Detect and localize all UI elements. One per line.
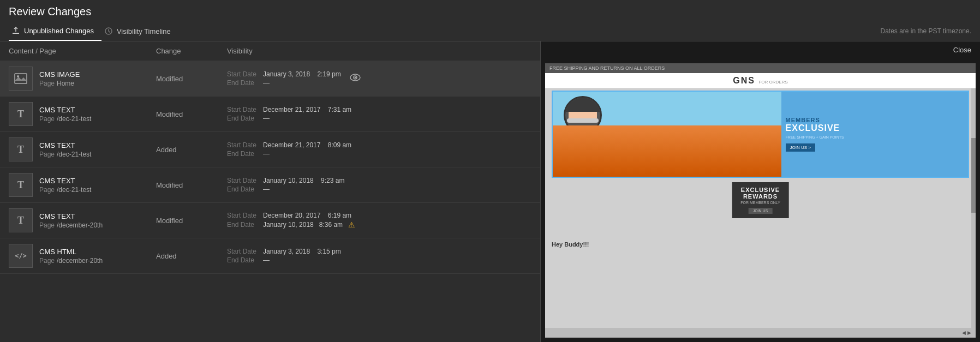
start-date-label: Start Date [227,177,260,184]
start-date-label: Start Date [227,212,260,219]
date-group: Start Date January 3, 2018 3:15 pm End D… [227,248,341,264]
start-date-label: Start Date [227,70,260,78]
preview-scrollbar-thumb [971,138,976,213]
svg-rect-0 [13,33,19,34]
preview-body: MEMBERS EXCLUSIVE FREE SHIPPING + GAIN P… [545,88,976,338]
tabs-row: Unpublished Changes Visibility Timeline … [0,21,980,41]
main-area: Content / Page Change Visibility CMS IMA… [0,41,980,342]
content-type: CMS IMAGE [39,70,80,79]
table-row[interactable]: CMS IMAGE PageHome Modified Start Date J… [0,61,540,97]
change-cell: Modified [156,217,227,225]
content-cell: T CMS TEXT Page/dec-21-test [9,173,156,197]
content-cell: CMS IMAGE PageHome [9,67,156,91]
start-date-value: January 10, 2018 9:23 am [263,177,344,184]
preview-rewards-btn[interactable]: JOIN US [749,208,773,214]
preview-banner-text: MEMBERS EXCLUSIVE FREE SHIPPING + GAIN P… [781,92,968,177]
svg-point-7 [354,77,356,79]
date-group: Start Date December 20, 2017 6:19 am End… [227,212,355,229]
start-date-value: December 21, 2017 8:09 am [263,141,351,149]
change-cell: Modified [156,75,227,83]
visibility-cell: Start Date December 21, 2017 7:31 am End… [227,106,531,122]
text-content-icon: T [9,137,33,161]
content-type: CMS TEXT [39,106,91,114]
content-page: Page/dec-21-test [39,151,91,158]
content-info: CMS TEXT Page/dec-21-test [39,177,91,194]
tab-unpublished-label: Unpublished Changes [24,27,94,35]
close-button[interactable]: Close [953,46,971,54]
preview-rewards-title: EXCLUSIVE [740,187,780,193]
svg-point-4 [17,75,19,77]
end-date-row: End Date — [227,256,341,264]
text-content-icon: T [9,208,33,232]
end-date-row: End Date — [227,185,344,193]
start-date-label: Start Date [227,141,260,149]
start-date-row: Start Date December 21, 2017 7:31 am [227,106,351,113]
preview-rewards-sub: FOR MEMBERS ONLY [740,201,780,205]
upload-icon [11,26,21,35]
table-row[interactable]: T CMS TEXT Page/dec-21-test Modified Sta… [0,167,540,203]
preview-banner: MEMBERS EXCLUSIVE FREE SHIPPING + GAIN P… [552,91,969,178]
table-row[interactable]: T CMS TEXT Page/dec-21-test Modified Sta… [0,97,540,132]
preview-logo: GNS FOR ORDERS [733,76,787,86]
tab-visibility[interactable]: Visibility Timeline [101,22,178,40]
preview-top-bar: FREE SHIPPING AND RETURNS ON ALL ORDERS [545,63,976,73]
end-date-label: End Date [227,185,260,193]
left-panel: Content / Page Change Visibility CMS IMA… [0,41,540,342]
date-group: Start Date December 21, 2017 7:31 am End… [227,106,351,122]
date-group: Start Date January 3, 2018 2:19 pm End D… [227,70,341,87]
preview-rewards: EXCLUSIVE REWARDS FOR MEMBERS ONLY JOIN … [732,182,789,218]
preview-footer-bar: ◀ ▶ [545,328,976,338]
preview-scrollbar[interactable] [971,88,976,338]
start-date-value: December 21, 2017 7:31 am [263,106,351,113]
table-row[interactable]: T CMS TEXT Page/dec-21-test Added Start … [0,132,540,167]
preview-members: MEMBERS [786,117,964,123]
right-panel: Close FREE SHIPPING AND RETURNS ON ALL O… [540,41,980,342]
page-value: /december-20th [57,257,103,265]
end-date-row: End Date — [227,150,351,158]
content-page: Page/dec-21-test [39,186,91,194]
preview-join-btn[interactable]: JOIN US > [786,143,815,152]
change-cell: Modified [156,181,227,189]
start-date-value: December 20, 2017 6:19 am [263,212,351,219]
text-content-icon: T [9,173,33,197]
page-value: /dec-21-test [57,186,91,194]
change-cell: Added [156,252,227,260]
preview-hey: Hey Buddy!!! [552,241,589,248]
table-row[interactable]: T CMS TEXT Page/december-20th Modified S… [0,203,540,238]
start-date-row: Start Date December 20, 2017 6:19 am [227,212,355,219]
start-date-row: Start Date December 21, 2017 8:09 am [227,141,351,149]
content-info: CMS TEXT Page/december-20th [39,212,103,229]
html-content-icon: </> [9,244,33,268]
end-date-label: End Date [227,79,260,87]
warning-icon: ⚠ [348,220,355,229]
tab-unpublished[interactable]: Unpublished Changes [9,21,101,41]
table-row[interactable]: </> CMS HTML Page/december-20th Added St… [0,238,540,274]
preview-top-bar-text: FREE SHIPPING AND RETURNS ON ALL ORDERS [549,65,665,71]
col-header-content: Content / Page [9,47,156,55]
visibility-cell: Start Date December 21, 2017 8:09 am End… [227,141,531,158]
end-date-row: End Date — [227,79,341,87]
page-value: /dec-21-test [57,115,91,123]
page-value: Home [57,80,74,87]
start-date-row: Start Date January 3, 2018 3:15 pm [227,248,341,255]
col-header-visibility: Visibility [227,47,531,55]
end-date-row: End Date January 10, 2018 8:36 am⚠ [227,220,355,229]
end-date-label: End Date [227,256,260,264]
eye-icon[interactable] [350,74,361,83]
content-type: CMS TEXT [39,141,91,149]
date-group: Start Date December 21, 2017 8:09 am End… [227,141,351,158]
preview-rewards-subtitle: REWARDS [740,193,780,200]
preview-banner-image [553,92,781,177]
preview-sub: FREE SHIPPING + GAIN POINTS [786,135,964,139]
visibility-cell: Start Date January 10, 2018 9:23 am End … [227,177,531,193]
change-cell: Modified [156,110,227,118]
preview-iframe: FREE SHIPPING AND RETURNS ON ALL ORDERS … [545,63,976,338]
page-value: /dec-21-test [57,151,91,158]
table-body[interactable]: CMS IMAGE PageHome Modified Start Date J… [0,61,540,342]
content-cell: T CMS TEXT Page/dec-21-test [9,102,156,126]
content-page: Page/december-20th [39,257,103,265]
svg-marker-3 [15,77,27,81]
svg-rect-2 [15,74,27,83]
start-date-label: Start Date [227,106,260,113]
start-date-value: January 3, 2018 2:19 pm [263,70,341,78]
